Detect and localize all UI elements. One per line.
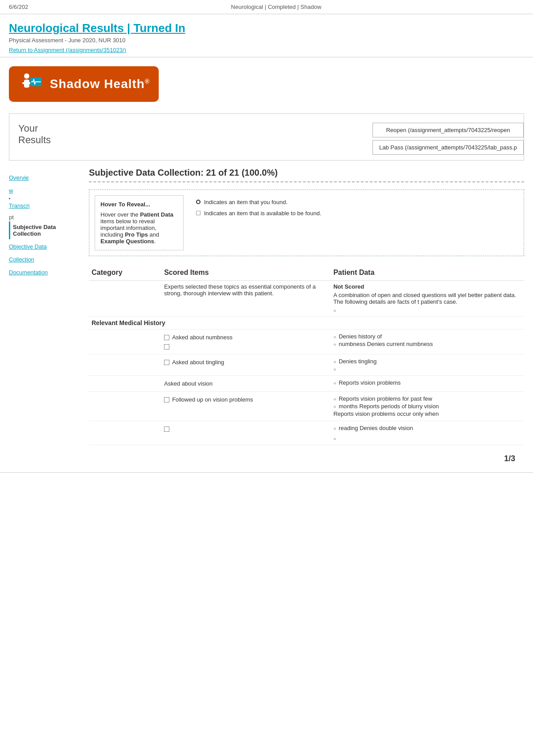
logo-box: Shadow Health® <box>9 66 159 102</box>
numbness-patient-item2: ○ numbness Denies current numbness <box>333 341 521 347</box>
sidebar-item-documentation[interactable]: Documentation <box>9 267 80 278</box>
numbness-item-row2 <box>164 343 328 350</box>
numbness-scored: Asked about numbness <box>161 330 331 354</box>
last-patient: ○ reading Denies double vision ○ <box>331 421 524 445</box>
tingling-dot: ○ <box>333 359 336 364</box>
tingling-patient: ○ Denies tingling ○ <box>331 354 524 376</box>
section-title: Subjective Data Collection: 21 of 21 (10… <box>89 168 524 182</box>
table-row-last: ○ reading Denies double vision ○ <box>89 421 524 445</box>
labpass-button[interactable]: Lab Pass (/assignment_attempts/7043225/l… <box>373 140 524 155</box>
followup-category <box>89 392 161 421</box>
last-patient-text1: reading Denies double vision <box>339 425 413 431</box>
page-title: Neurological Results | Turned In <box>9 21 524 35</box>
followup-scored: Followed up on vision problems <box>161 392 331 421</box>
numbness-label: Asked about numbness <box>172 334 232 341</box>
not-scored-dot: ○ <box>333 307 521 314</box>
results-buttons: Reopen (/assignment_attempts/7043225/reo… <box>373 123 524 155</box>
sidebar-transcript-pt: pt <box>9 213 80 221</box>
found-icon <box>196 200 200 204</box>
top-bar: 6/6/202 Neurological | Completed | Shado… <box>0 0 533 14</box>
not-scored-label: Not Scored <box>333 283 521 290</box>
category-label-cell: Relevant Medical History <box>89 317 524 330</box>
table-row-numbness: Asked about numbness ○ Denies history of <box>89 330 524 354</box>
legend-icon-found: Indicates an item that you found. <box>196 199 321 205</box>
vision-patient: ○ Reports vision problems <box>331 376 524 392</box>
sidebar-accent-bar <box>9 198 10 199</box>
tingling-patient-item2: ○ <box>333 366 521 372</box>
logo-area: Shadow Health® <box>0 57 533 106</box>
tingling-category <box>89 354 161 376</box>
table-row-vision: Asked about vision ○ Reports vision prob… <box>89 376 524 392</box>
tingling-dot2: ○ <box>333 367 336 372</box>
logo-text: Shadow Health® <box>50 77 150 91</box>
intro-patient-cell: Not Scored A combination of open and clo… <box>331 281 524 317</box>
page-subtitle: Physical Assessment - June 2020, NUR 301… <box>9 37 524 44</box>
numbness-patient: ○ Denies history of ○ numbness Denies cu… <box>331 330 524 354</box>
last-item-row <box>164 426 328 432</box>
data-table: Category Scored Items Patient Data Exper… <box>89 265 524 445</box>
followup-patient-text3: Reports vision problems occur only when <box>333 410 439 417</box>
last-checkbox <box>164 426 169 432</box>
col-header-patient: Patient Data <box>331 265 524 281</box>
top-bar-date: 6/6/202 <box>9 4 28 10</box>
followup-dot2: ○ <box>333 404 336 409</box>
scored-description: Experts selected these topics as essenti… <box>164 283 328 297</box>
sidebar-item-transcript[interactable]: Transcri <box>9 200 80 211</box>
content-area: Subjective Data Collection: 21 of 21 (10… <box>80 168 524 472</box>
tingling-patient-text: Denies tingling <box>339 358 377 365</box>
table-row-tingling: Asked about tingling ○ Denies tingling ○ <box>89 354 524 376</box>
numbness-dot: ○ <box>333 334 336 339</box>
svg-rect-2 <box>22 82 26 84</box>
tingling-label: Asked about tingling <box>172 359 224 366</box>
col-header-scored: Scored Items <box>161 265 331 281</box>
followup-patient-item2: ○ months Reports periods of blurry visio… <box>333 403 521 410</box>
sidebar-item-subjective[interactable]: Subjective Data Collection <box>9 221 80 239</box>
numbness-patient-item: ○ Denies history of <box>333 333 521 340</box>
category-label: Relevant Medical History <box>92 319 521 326</box>
vision-category <box>89 376 161 392</box>
sidebar: Overvie w Transcri pt Subjective Data Co… <box>9 168 80 472</box>
table-row-followup-vision: Followed up on vision problems ○ Reports… <box>89 392 524 421</box>
intro-category-cell <box>89 281 161 317</box>
sidebar-item-objective[interactable]: Objective Data <box>9 241 80 252</box>
vision-label: Asked about vision <box>164 380 212 387</box>
legend-hover-box: Hover To Reveal... Hover over the Patien… <box>95 195 184 250</box>
sidebar-item-overview-w[interactable]: w <box>9 185 80 196</box>
followup-dot1: ○ <box>333 397 336 402</box>
sidebar-item-overview[interactable]: Overvie <box>9 172 80 183</box>
tingling-patient-item: ○ Denies tingling <box>333 358 521 365</box>
svg-point-0 <box>24 73 29 79</box>
results-section: YourResults Reopen (/assignment_attempts… <box>9 113 524 161</box>
return-link[interactable]: Return to Assignment (/assignments/35102… <box>9 47 126 53</box>
reopen-button[interactable]: Reopen (/assignment_attempts/7043225/reo… <box>373 123 524 137</box>
last-patient-item1: ○ reading Denies double vision <box>333 425 521 431</box>
footer <box>0 472 533 488</box>
last-patient-item2: ○ <box>333 435 521 441</box>
numbness-category <box>89 330 161 354</box>
last-dot2: ○ <box>333 436 336 441</box>
legend-hover-title: Hover To Reveal... <box>100 201 178 208</box>
page-number: 1/3 <box>89 445 524 472</box>
numbness-checkbox2 <box>164 344 169 350</box>
followup-patient-text2: months Reports periods of blurry vision <box>339 403 439 410</box>
numbness-patient-text2: numbness Denies current numbness <box>339 341 433 347</box>
tingling-item-row: Asked about tingling <box>164 359 328 366</box>
legend-hover-body: Hover over the Patient Data items below … <box>100 211 178 245</box>
vision-item-row: Asked about vision <box>164 380 328 387</box>
vision-scored: Asked about vision <box>161 376 331 392</box>
legend-found-label: Indicates an item that you found. <box>204 199 288 205</box>
legend-icon-available: Indicates an item that is available to b… <box>196 210 321 217</box>
not-scored-desc: A combination of open and closed questio… <box>333 292 521 305</box>
top-bar-title: Neurological | Completed | Shadow <box>231 4 321 10</box>
sidebar-item-collection[interactable]: Collection <box>9 254 80 265</box>
table-intro-row: Experts selected these topics as essenti… <box>89 281 524 317</box>
numbness-item-row: Asked about numbness <box>164 334 328 341</box>
page-title-area: Neurological Results | Turned In Physica… <box>0 14 533 57</box>
legend-area: Hover To Reveal... Hover over the Patien… <box>89 189 524 256</box>
followup-label: Followed up on vision problems <box>172 396 253 403</box>
numbness-checkbox <box>164 335 169 340</box>
vision-patient-text: Reports vision problems <box>339 379 401 386</box>
followup-item-row: Followed up on vision problems <box>164 396 328 403</box>
vision-dot: ○ <box>333 381 336 386</box>
numbness-patient-text: Denies history of <box>339 333 382 340</box>
